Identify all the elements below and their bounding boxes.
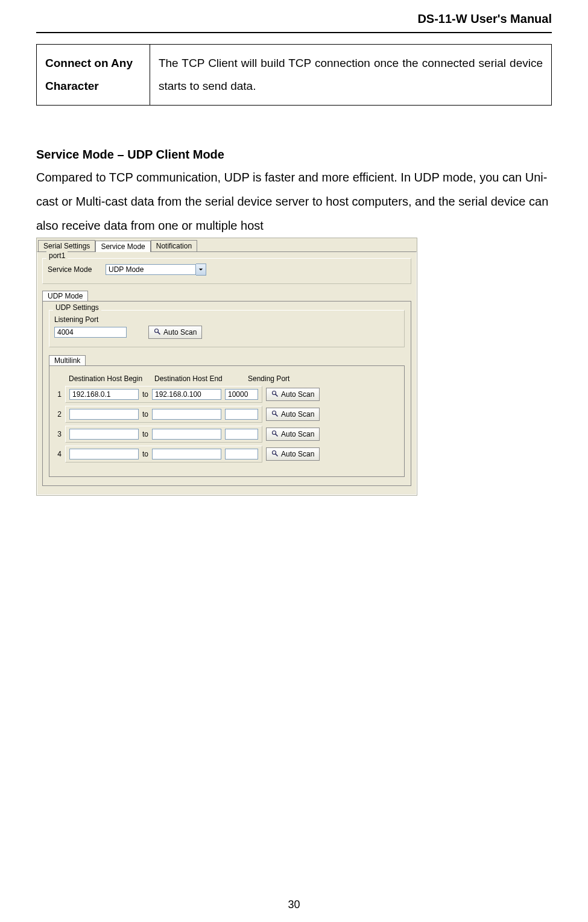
udp-settings-title: UDP Settings: [53, 303, 101, 312]
magnifier-icon: [154, 328, 161, 337]
auto-scan-label: Auto Scan: [281, 410, 314, 418]
service-mode-value: UDP Mode: [106, 264, 196, 275]
dest-begin-input[interactable]: [69, 409, 139, 420]
port1-group-title: port1: [46, 251, 68, 260]
mode-tab-strip: UDP Mode: [42, 289, 411, 301]
to-label: to: [142, 450, 148, 458]
multilink-row: 2 to Auto Scan: [55, 406, 398, 423]
svg-line-3: [276, 394, 278, 396]
auto-scan-button[interactable]: Auto Scan: [148, 326, 202, 339]
tab-service-mode[interactable]: Service Mode: [95, 241, 150, 252]
mode-tab-body: UDP Settings Listening Port Auto Scan: [42, 301, 411, 486]
multilink-tab-strip: Multilink: [49, 353, 405, 365]
row-number: 4: [55, 450, 62, 458]
tab-multilink[interactable]: Multilink: [49, 355, 86, 365]
svg-line-7: [276, 434, 278, 436]
table-row: Connect on Any Character The TCP Client …: [37, 45, 552, 106]
magnifier-icon: [271, 390, 279, 399]
header-sending-port: Sending Port: [248, 374, 296, 383]
svg-point-6: [273, 431, 276, 434]
page-number: 30: [0, 898, 588, 911]
svg-point-4: [273, 411, 276, 414]
sending-port-input[interactable]: [225, 429, 258, 440]
multilink-headers: Destination Host Begin Destination Host …: [55, 374, 398, 383]
dest-end-input[interactable]: [152, 429, 221, 440]
row-group: to: [65, 406, 262, 423]
multilink-row: 3 to Auto Scan: [55, 426, 398, 443]
header-dest-end: Destination Host End: [154, 374, 248, 383]
auto-scan-label: Auto Scan: [163, 328, 197, 336]
svg-line-1: [158, 332, 160, 334]
dest-end-input[interactable]: [152, 449, 221, 459]
magnifier-icon: [271, 410, 279, 419]
dest-begin-input[interactable]: [69, 429, 139, 440]
service-mode-label: Service Mode: [48, 265, 102, 274]
multilink-body: Destination Host Begin Destination Host …: [49, 365, 405, 477]
dest-end-input[interactable]: [152, 409, 221, 420]
auto-scan-label: Auto Scan: [281, 450, 314, 458]
svg-point-8: [273, 450, 276, 454]
row-number: 1: [55, 390, 62, 399]
auto-scan-button[interactable]: Auto Scan: [266, 388, 320, 401]
top-tab-strip: Serial Settings Service Mode Notificatio…: [37, 238, 417, 251]
magnifier-icon: [271, 450, 279, 459]
listening-port-input[interactable]: [54, 327, 127, 338]
service-mode-select[interactable]: UDP Mode: [106, 264, 206, 276]
svg-point-2: [273, 391, 276, 394]
sending-port-input[interactable]: [225, 449, 258, 459]
section-title: Service Mode – UDP Client Mode: [36, 148, 552, 162]
info-table: Connect on Any Character The TCP Client …: [36, 44, 552, 106]
section-body: Compared to TCP communication, UDP is fa…: [36, 165, 552, 238]
port1-group: port1 Service Mode UDP Mode: [42, 258, 411, 284]
dest-end-input[interactable]: [152, 389, 221, 400]
udp-settings-group: UDP Settings Listening Port Auto Scan: [49, 310, 405, 347]
row-number: 2: [55, 410, 62, 418]
tab-body: port1 Service Mode UDP Mode UDP Mode UDP: [37, 251, 417, 495]
table-desc: The TCP Client will build TCP connection…: [150, 45, 551, 106]
multilink-row: 4 to Auto Scan: [55, 446, 398, 463]
sending-port-input[interactable]: [225, 389, 258, 400]
auto-scan-button[interactable]: Auto Scan: [266, 447, 320, 461]
dropdown-arrow-icon[interactable]: [196, 264, 206, 276]
sending-port-input[interactable]: [225, 409, 258, 420]
row-group: to: [65, 386, 262, 403]
table-label: Connect on Any Character: [37, 45, 150, 106]
svg-point-0: [155, 329, 159, 332]
header-dest-begin: Destination Host Begin: [69, 374, 154, 383]
dest-begin-input[interactable]: [69, 389, 139, 400]
row-group: to: [65, 446, 262, 463]
row-number: 3: [55, 430, 62, 438]
svg-line-5: [276, 414, 278, 416]
multilink-row: 1 to Auto Scan: [55, 386, 398, 403]
tab-notification[interactable]: Notification: [151, 240, 197, 251]
listening-port-label: Listening Port: [54, 315, 399, 324]
tab-udp-mode[interactable]: UDP Mode: [42, 291, 88, 301]
manual-title: DS-11-W User's Manual: [36, 12, 552, 26]
auto-scan-label: Auto Scan: [281, 430, 314, 438]
auto-scan-button[interactable]: Auto Scan: [266, 428, 320, 441]
auto-scan-button[interactable]: Auto Scan: [266, 408, 320, 421]
header-rule: [36, 32, 552, 33]
settings-dialog: Serial Settings Service Mode Notificatio…: [36, 238, 417, 496]
to-label: to: [142, 410, 148, 418]
to-label: to: [142, 430, 148, 438]
row-group: to: [65, 426, 262, 443]
magnifier-icon: [271, 430, 279, 439]
svg-line-9: [276, 453, 278, 456]
auto-scan-label: Auto Scan: [281, 390, 314, 399]
dest-begin-input[interactable]: [69, 449, 139, 459]
to-label: to: [142, 390, 148, 399]
tab-serial-settings[interactable]: Serial Settings: [38, 240, 95, 251]
